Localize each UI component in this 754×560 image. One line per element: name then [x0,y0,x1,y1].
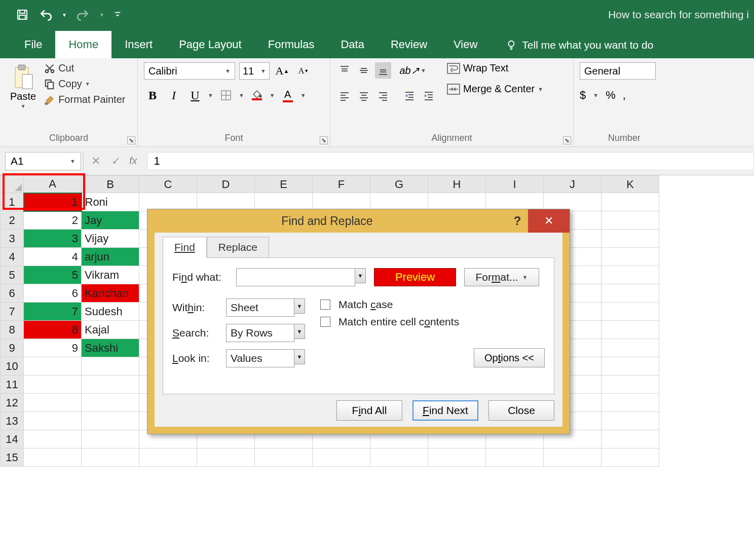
paste-dropdown-icon[interactable]: ▼ [21,103,26,109]
row-header-11[interactable]: 11 [1,376,24,394]
cell-K1[interactable] [601,193,659,211]
accounting-dropdown-icon[interactable]: ▼ [593,92,598,98]
column-header-I[interactable]: I [486,176,544,193]
formula-input[interactable]: 1 [147,152,754,170]
accounting-format-button[interactable]: $ [580,89,586,102]
align-left-button[interactable] [336,88,353,104]
underline-button[interactable]: U [186,87,204,104]
tell-me-search[interactable]: Tell me what you want to do [506,39,653,58]
borders-button[interactable] [217,87,235,104]
column-header-B[interactable]: B [82,176,139,193]
increase-indent-button[interactable] [421,88,437,104]
row-header-5[interactable]: 5 [1,266,24,284]
cell-K15[interactable] [601,449,659,467]
font-launcher-icon[interactable]: ⬊ [320,136,328,144]
orientation-dropdown-icon[interactable]: ▼ [421,67,426,73]
tab-page-layout[interactable]: Page Layout [166,31,255,58]
cell-A6[interactable]: 6 [24,284,82,303]
tab-file[interactable]: File [11,31,55,58]
find-tab[interactable]: Find [163,237,207,258]
comma-format-button[interactable]: , [623,89,626,102]
cell-A14[interactable] [24,430,82,449]
format-painter-button[interactable]: Format Painter [44,94,125,105]
row-header-13[interactable]: 13 [1,412,24,430]
font-size-combo[interactable]: 11▼ [239,62,270,80]
column-header-A[interactable]: A [24,176,82,193]
align-middle-button[interactable] [356,62,372,79]
cell-A12[interactable] [24,394,82,412]
lookin-combo[interactable]: Values [226,349,294,367]
cell-B11[interactable] [82,376,139,394]
cell-K12[interactable] [601,394,659,412]
dialog-close-button[interactable]: ✕ [528,209,570,233]
column-header-G[interactable]: G [370,176,428,193]
fill-dropdown-icon[interactable]: ▼ [270,92,275,98]
align-bottom-button[interactable] [375,62,391,79]
cell-K3[interactable] [601,230,659,248]
cell-K10[interactable] [601,357,659,376]
align-center-button[interactable] [356,88,372,104]
cell-A4[interactable]: 4 [24,248,82,266]
row-header-8[interactable]: 8 [1,321,24,339]
decrease-indent-button[interactable] [401,88,418,104]
find-what-input[interactable] [236,268,355,286]
row-header-15[interactable]: 15 [1,449,24,467]
row-header-12[interactable]: 12 [1,394,24,412]
match-case-checkbox[interactable] [320,300,330,310]
match-entire-checkbox[interactable] [320,317,330,327]
cell-B4[interactable]: arjun [82,248,139,266]
underline-dropdown-icon[interactable]: ▼ [208,92,213,98]
fill-color-button[interactable] [248,87,266,104]
cell-B9[interactable]: Sakshi [82,339,139,357]
options-button[interactable]: Options << [474,348,545,367]
tab-home[interactable]: Home [55,31,111,58]
select-all-corner[interactable] [1,176,24,193]
merge-center-button[interactable]: Merge & Center ▼ [447,83,543,95]
cell-K14[interactable] [601,430,659,449]
cell-K11[interactable] [601,376,659,394]
cell-J15[interactable] [544,449,601,467]
tab-review[interactable]: Review [378,31,440,58]
cell-B13[interactable] [82,412,139,430]
cell-B7[interactable]: Sudesh [82,303,139,321]
paste-button[interactable]: Paste ▼ [6,62,40,111]
cell-K9[interactable] [601,339,659,357]
increase-font-button[interactable]: A▲ [274,62,291,80]
cell-B1[interactable]: Roni [82,193,139,211]
cell-H15[interactable] [428,449,486,467]
cell-A2[interactable]: 2 [24,211,82,230]
align-right-button[interactable] [375,88,391,104]
cell-G15[interactable] [370,449,428,467]
number-format-combo[interactable]: General [580,62,656,80]
clipboard-launcher-icon[interactable]: ⬊ [127,136,135,144]
close-button[interactable]: Close [488,400,554,421]
tab-insert[interactable]: Insert [111,31,166,58]
search-dropdown-icon[interactable]: ▼ [294,324,305,339]
cell-D15[interactable] [197,449,255,467]
alignment-launcher-icon[interactable]: ⬊ [563,136,571,144]
tab-data[interactable]: Data [327,31,377,58]
cell-I15[interactable] [486,449,544,467]
column-header-J[interactable]: J [544,176,601,193]
orientation-button[interactable]: ab↗ [401,62,418,79]
copy-dropdown-icon[interactable]: ▼ [85,81,90,87]
cell-B10[interactable] [82,357,139,376]
cell-A13[interactable] [24,412,82,430]
percent-format-button[interactable]: % [606,89,616,102]
cell-K7[interactable] [601,303,659,321]
cell-A5[interactable]: 5 [24,266,82,284]
fontcolor-dropdown-icon[interactable]: ▼ [300,92,306,98]
cell-K2[interactable] [601,211,659,230]
cell-K8[interactable] [601,321,659,339]
cell-K6[interactable] [601,284,659,303]
cell-B14[interactable] [82,430,139,449]
font-name-combo[interactable]: Calibri▼ [144,62,235,80]
italic-button[interactable]: I [165,87,182,104]
cell-A11[interactable] [24,376,82,394]
tab-formulas[interactable]: Formulas [255,31,328,58]
replace-tab[interactable]: Replace [207,237,269,258]
tab-view[interactable]: View [440,31,491,58]
cell-A7[interactable]: 7 [24,303,82,321]
save-icon[interactable] [15,8,29,22]
undo-icon[interactable] [39,8,53,22]
